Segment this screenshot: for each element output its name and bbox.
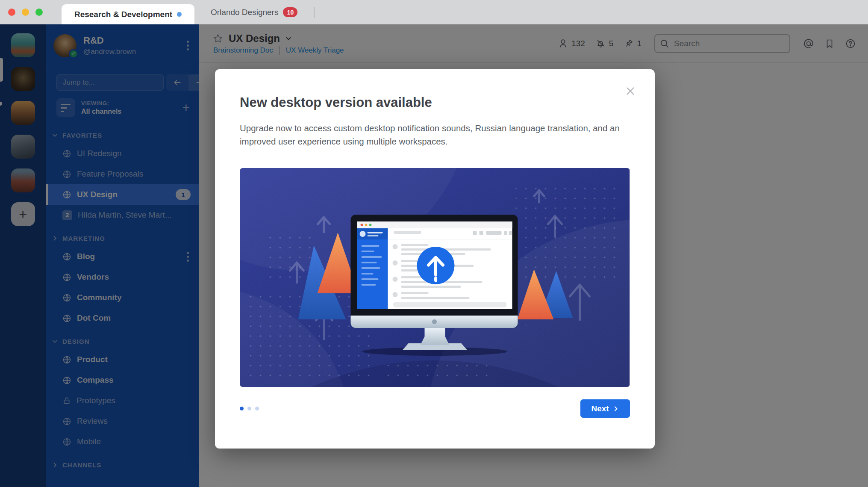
zoom-window-button[interactable] xyxy=(35,9,43,16)
close-icon xyxy=(625,86,636,97)
traffic-lights xyxy=(0,0,50,24)
pagination-dot-1[interactable] xyxy=(240,407,244,410)
upgrade-illustration xyxy=(240,168,630,387)
pagination-dots xyxy=(240,407,259,410)
window-tabs: Research & DevelopmentOrlando Designers1… xyxy=(62,0,315,24)
modal-title: New desktop version available xyxy=(240,69,630,110)
chevron-right-icon xyxy=(612,405,619,412)
pagination-dot-3[interactable] xyxy=(255,407,259,410)
tab-divider xyxy=(314,7,315,18)
tab-research-development[interactable]: Research & Development xyxy=(62,4,194,24)
modal-footer: Next xyxy=(240,399,630,418)
tab-unread-dot xyxy=(177,12,182,17)
tab-orlando-designers[interactable]: Orlando Designers10 xyxy=(194,0,314,24)
minimize-window-button[interactable] xyxy=(22,9,29,16)
tab-unread-badge: 10 xyxy=(283,7,297,17)
modal-body-text: Upgrade now to access custom desktop not… xyxy=(240,121,627,148)
window-titlebar: Research & DevelopmentOrlando Designers1… xyxy=(0,0,868,24)
close-window-button[interactable] xyxy=(8,9,15,16)
next-button[interactable]: Next xyxy=(580,399,630,418)
upgrade-modal: New desktop version available Upgrade no… xyxy=(215,69,655,449)
pagination-dot-2[interactable] xyxy=(247,407,251,410)
desktop-upgrade-graphic xyxy=(240,168,630,387)
close-modal-button[interactable] xyxy=(622,83,638,99)
